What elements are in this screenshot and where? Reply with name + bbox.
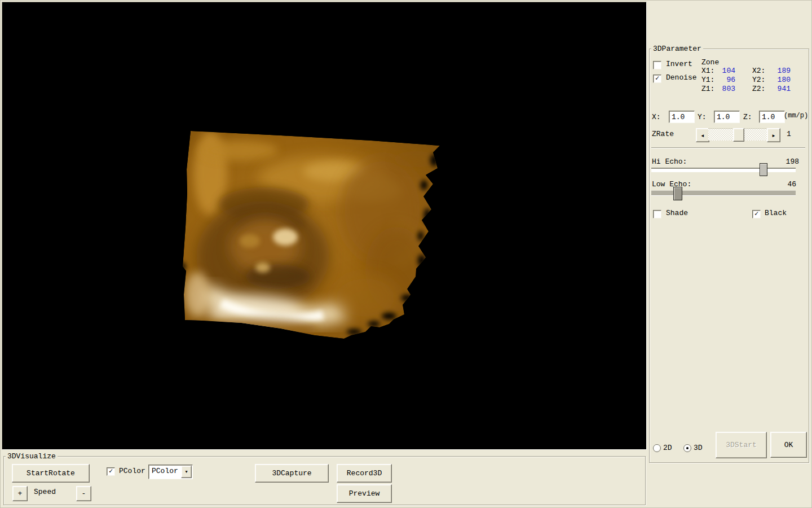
speed-minus-button[interactable]: - — [76, 486, 91, 501]
mode-2d-label: 2D — [663, 444, 672, 452]
start-rotate-button[interactable]: StartRotate — [12, 464, 90, 483]
radio-dot — [686, 447, 689, 449]
hi-echo-label: Hi Echo: — [652, 157, 687, 166]
pcolor-dropdown[interactable]: PColor ▼ — [148, 465, 193, 479]
zone-y1-label: Y1: — [701, 76, 714, 84]
pcolor-dropdown-value: PColor — [152, 467, 178, 475]
low-echo-slider-thumb[interactable] — [673, 187, 682, 200]
speed-label: Speed — [34, 488, 56, 496]
ok-button[interactable]: OK — [770, 432, 807, 458]
pcolor-checkbox[interactable]: ✓ — [107, 467, 115, 476]
capture-3d-button[interactable]: 3DCapture — [255, 464, 329, 483]
scale-y-label: Y: — [698, 113, 707, 121]
chevron-down-icon: ▼ — [185, 470, 187, 474]
scale-z-field[interactable] — [759, 111, 785, 123]
zrate-scroll-thumb[interactable] — [733, 128, 744, 142]
speed-plus-button[interactable]: + — [12, 486, 28, 501]
black-checkbox[interactable]: ✓ — [752, 210, 761, 218]
zone-z1-value: 803 — [717, 85, 735, 93]
zone-z2-label: Z2: — [752, 85, 765, 93]
parameter-group-title: 3DParameter — [651, 45, 703, 53]
scale-x-field[interactable] — [669, 111, 695, 123]
low-echo-value: 46 — [773, 180, 796, 189]
check-icon: ✓ — [655, 76, 659, 81]
hi-echo-value: 198 — [773, 157, 799, 166]
zone-z1-label: Z1: — [701, 85, 714, 93]
check-icon: ✓ — [109, 468, 113, 474]
zone-x1-label: X1: — [701, 67, 714, 75]
denoise-checkbox[interactable]: ✓ — [653, 75, 661, 83]
zone-y2-value: 180 — [773, 76, 791, 84]
zone-z2-value: 941 — [773, 85, 791, 93]
invert-label: Invert — [666, 60, 692, 68]
zone-x2-label: X2: — [752, 67, 765, 75]
shade-label: Shade — [666, 209, 688, 217]
denoise-label: Denoise — [666, 73, 697, 82]
visualize-group-title: 3DVisualize — [6, 452, 58, 461]
scale-x-label: X: — [652, 113, 661, 121]
mode-3d-radio[interactable] — [683, 444, 691, 452]
zone-y2-label: Y2: — [752, 76, 765, 84]
zrate-scroll-right-button[interactable]: ► — [767, 128, 780, 142]
pcolor-label: PColor — [119, 467, 145, 475]
shade-checkbox[interactable] — [653, 210, 661, 218]
scroll-left-icon: ◄ — [701, 133, 704, 138]
render-viewport[interactable] — [2, 2, 647, 450]
section-divider — [651, 147, 805, 148]
hi-echo-slider-thumb[interactable] — [760, 163, 767, 176]
zone-title: Zone — [701, 58, 719, 67]
scroll-right-icon: ► — [773, 133, 775, 138]
zrate-value: 1 — [787, 130, 791, 138]
hi-echo-slider-track[interactable] — [651, 168, 796, 172]
start-3d-button[interactable]: 3DStart — [716, 432, 767, 458]
scale-y-field[interactable] — [714, 111, 740, 123]
zone-x2-value: 189 — [773, 67, 791, 75]
black-label: Black — [765, 209, 787, 217]
ultrasound-3d-render — [179, 125, 450, 345]
mode-2d-radio[interactable] — [653, 444, 661, 452]
invert-checkbox[interactable] — [653, 61, 661, 69]
zone-x1-value: 104 — [717, 67, 735, 75]
record-3d-button[interactable]: Record3D — [337, 464, 392, 483]
preview-button[interactable]: Preview — [337, 484, 392, 503]
zone-y1-value: 96 — [717, 76, 735, 84]
low-echo-label: Low Echo: — [652, 180, 691, 189]
app-window: 3DParameter Invert ✓ Denoise Zone X1: 10… — [0, 0, 812, 508]
zrate-scroll-left-button[interactable]: ◄ — [696, 128, 709, 142]
scale-unit-label: (mm/p) — [784, 112, 808, 120]
zrate-label: ZRate — [652, 130, 674, 138]
scale-z-label: Z: — [743, 113, 752, 121]
mode-3d-label: 3D — [694, 444, 703, 452]
pcolor-dropdown-button[interactable]: ▼ — [181, 466, 192, 478]
check-icon: ✓ — [754, 211, 758, 217]
